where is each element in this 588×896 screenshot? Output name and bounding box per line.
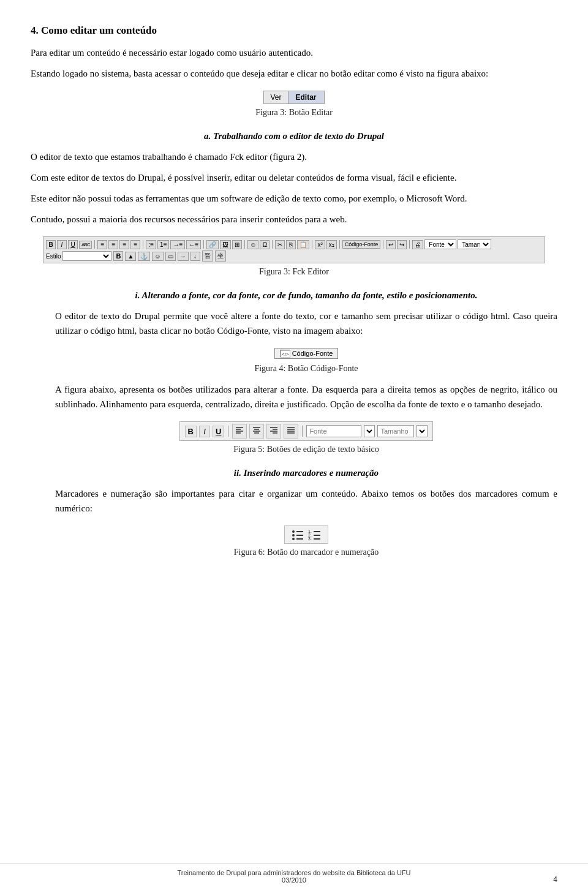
section-4-title: 4. Como editar um conteúdo — [31, 24, 557, 37]
marker-ul-icon[interactable] — [291, 529, 304, 541]
fck-sep-3 — [203, 240, 204, 249]
fck-underline[interactable]: U — [68, 240, 78, 249]
fck-estilo-select[interactable] — [62, 251, 111, 261]
text-edit-toolbar: B I U ▼ — [179, 421, 434, 441]
figure-3-botao-editar: Ver Editar Figura 3: Botão Editar — [31, 91, 557, 118]
figure-5-text-edit: B I U ▼ — [55, 421, 557, 454]
fck-sep-2 — [143, 240, 143, 249]
fck-row2-anchor[interactable]: ⚓ — [138, 252, 150, 261]
te-align-justify-btn[interactable] — [284, 424, 298, 439]
fck-fonte-select[interactable]: Fonte — [424, 239, 456, 249]
fck-align-left[interactable]: ≡ — [97, 240, 107, 249]
figure-6-markers: 1. 2. 3. Figura 6: Botão do marcador e n… — [55, 525, 557, 557]
codigo-fonte-icon: </> — [280, 350, 290, 357]
svg-point-20 — [292, 534, 295, 536]
subsec-a-title: a. Trabalhando com o editor de texto do … — [31, 129, 557, 143]
fck-align-center[interactable]: ≡ — [108, 240, 118, 249]
fck-undo[interactable]: ↩ — [386, 240, 396, 249]
marker-toolbar: 1. 2. 3. — [284, 525, 328, 544]
te-align-center-btn[interactable] — [249, 424, 264, 439]
svg-point-18 — [292, 530, 295, 533]
te-fonte-input[interactable] — [306, 425, 361, 437]
para-9: A figura abaixo, apresenta os botões uti… — [55, 382, 557, 412]
fig5-caption: Figura 5: Botões de edição de texto bási… — [55, 445, 557, 454]
para-1: Para editar um conteúdo é necessário est… — [31, 45, 557, 60]
fck-copy[interactable]: ⎘ — [286, 240, 296, 249]
fig3-fck-caption: Figura 3: Fck Editor — [31, 267, 557, 277]
te-underline-btn[interactable]: U — [213, 426, 224, 437]
fck-tamanho-select[interactable]: Tamanho — [458, 239, 491, 249]
subsec-ii-title: ii. Inserindo marcadores e numeração — [55, 465, 557, 480]
para-10: Marcadores e numeração são importantes p… — [55, 486, 557, 516]
te-fonte-select[interactable]: ▼ — [364, 425, 375, 437]
fck-superscript[interactable]: x² — [315, 240, 325, 249]
fck-row2-downarr[interactable]: ↓ — [190, 252, 200, 261]
fck-codigo-fonte[interactable]: Código-Fonte — [342, 240, 381, 249]
te-align-right-btn[interactable] — [266, 424, 281, 439]
codigo-fonte-button[interactable]: </> Código-Fonte — [274, 348, 339, 359]
fck-italic[interactable]: I — [57, 240, 67, 249]
svg-point-22 — [292, 538, 295, 540]
fck-row2-sup[interactable]: 晋 — [202, 250, 213, 262]
fig4-caption: Figura 4: Botão Código-Fonte — [55, 364, 557, 374]
figure-4-codigo-fonte: </> Código-Fonte Figura 4: Botão Código-… — [55, 348, 557, 374]
fck-redo[interactable]: ↪ — [397, 240, 407, 249]
fck-editor-toolbar: B I U ABC ≡ ≡ ≡ ≡ :≡ 1≡ →≡ ←≡ 🔗 🖼 ⊞ ☺ — [43, 236, 545, 263]
para-2: Estando logado no sistema, basta acessar… — [31, 66, 557, 81]
fck-row2-arr[interactable]: → — [178, 252, 189, 261]
fig3-botao-caption: Figura 3: Botão Editar — [31, 108, 557, 118]
fck-sep-8 — [383, 240, 383, 249]
codigo-fonte-label: Código-Fonte — [292, 350, 333, 357]
ver-button[interactable]: Ver — [264, 91, 288, 104]
fck-sep-6 — [312, 240, 312, 249]
fck-row2-bold[interactable]: B — [113, 251, 123, 261]
svg-text:</>: </> — [282, 352, 289, 357]
te-align-left-btn[interactable] — [232, 424, 247, 439]
te-italic-btn[interactable]: I — [199, 426, 210, 437]
te-tamanho-input[interactable] — [377, 425, 414, 437]
fck-align-justify[interactable]: ≡ — [130, 240, 140, 249]
te-sep-2 — [302, 426, 303, 437]
fck-sep-5 — [272, 240, 273, 249]
fck-row2-caret[interactable]: ▲ — [125, 252, 136, 261]
fck-emoji[interactable]: ☺ — [247, 240, 258, 249]
fig6-caption: Figura 6: Botão do marcador e numeração — [55, 548, 557, 557]
fck-image[interactable]: 🖼 — [220, 240, 231, 249]
fck-cut[interactable]: ✂ — [275, 240, 285, 249]
fck-table[interactable]: ⊞ — [232, 240, 242, 249]
fck-link[interactable]: 🔗 — [206, 240, 219, 249]
te-tamanho-select[interactable]: ▼ — [417, 425, 428, 437]
footer: Treinamento de Drupal para administrador… — [0, 864, 588, 884]
editar-button[interactable]: Editar — [288, 91, 324, 104]
fck-outdent[interactable]: ←≡ — [186, 240, 201, 249]
marker-ol-icon[interactable]: 1. 2. 3. — [308, 529, 322, 541]
para-3: O editor de texto que estamos trabalhand… — [31, 149, 557, 164]
fck-list-ol[interactable]: 1≡ — [157, 240, 169, 249]
fck-row2-smiley[interactable]: ☺ — [152, 252, 163, 261]
fck-row2-block[interactable]: ▭ — [165, 252, 176, 261]
fck-indent[interactable]: →≡ — [170, 240, 185, 249]
fck-sep-7 — [339, 240, 340, 249]
fck-bold[interactable]: B — [46, 240, 56, 249]
fck-char[interactable]: Ω — [260, 240, 270, 249]
fck-sep-1 — [94, 240, 95, 249]
para-7-8: O editor de texto do Drupal permite que … — [55, 309, 557, 338]
page-number: 4 — [553, 875, 557, 884]
fck-row2-sub[interactable]: 坐 — [215, 250, 226, 262]
fck-subscript[interactable]: x₂ — [326, 240, 337, 249]
te-sep-1 — [228, 426, 228, 437]
fck-paste[interactable]: 📋 — [297, 240, 309, 249]
subsec-i-title: i. Alterando a fonte, cor da fonte, cor … — [55, 288, 557, 303]
fck-print[interactable]: 🖨 — [412, 240, 423, 249]
fck-sep-9 — [409, 240, 410, 249]
fck-align-right[interactable]: ≡ — [119, 240, 129, 249]
footer-text: Treinamento de Drupal para administrador… — [0, 869, 588, 876]
para-4: Com este editor de textos do Drupal, é p… — [31, 170, 557, 185]
fck-list-ul[interactable]: :≡ — [146, 240, 156, 249]
para-6: Contudo, possui a maioria dos recursos n… — [31, 212, 557, 227]
para-5: Este editor não possui todas as ferramen… — [31, 191, 557, 206]
figure-3-fck: B I U ABC ≡ ≡ ≡ ≡ :≡ 1≡ →≡ ←≡ 🔗 🖼 ⊞ ☺ — [31, 236, 557, 277]
fck-abc[interactable]: ABC — [79, 241, 92, 249]
te-bold-btn[interactable]: B — [185, 426, 197, 437]
fck-sep-4 — [244, 240, 245, 249]
